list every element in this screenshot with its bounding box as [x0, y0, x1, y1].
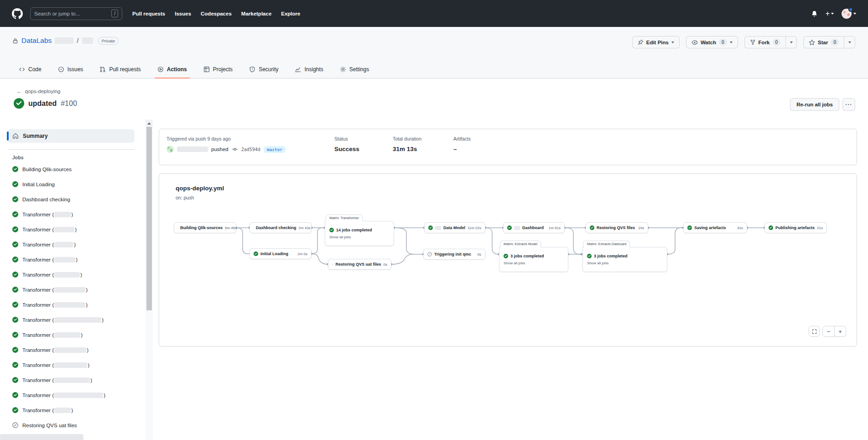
- navbar-link[interactable]: Marketplace: [241, 11, 271, 16]
- workflow-node[interactable]: Saving artefacts 31s: [683, 222, 747, 233]
- matrix-box[interactable]: 3 jobs completed Show all jobs: [499, 247, 568, 272]
- sidebar-item-summary[interactable]: Summary: [8, 129, 135, 143]
- redacted-job-name: [54, 227, 74, 232]
- repo-actions: Edit Pins Watch 0 Fork 0 Star 0: [632, 36, 855, 48]
- show-all-jobs-link[interactable]: Show all jobs: [329, 235, 390, 239]
- scrollbar-up-button[interactable]: [146, 120, 153, 127]
- sidebar-job-item[interactable]: Building Qlik-sources: [8, 162, 135, 177]
- node-label: Publishing artefacts: [775, 225, 815, 230]
- sidebar-job-item[interactable]: Transformer (): [8, 207, 135, 222]
- watch-button[interactable]: Watch 0: [686, 36, 738, 48]
- sidebar-job-item[interactable]: Transformer (): [8, 342, 135, 357]
- workflow-matrix-node[interactable]: Matrix: Transformer 14 jobs completed Sh…: [325, 213, 394, 246]
- sidebar-job-item[interactable]: Transformer (): [8, 222, 135, 237]
- sidebar-job-item[interactable]: Restoring QVS uat files: [8, 418, 135, 433]
- git-pull-request-icon: [99, 66, 106, 73]
- sidebar-job-item[interactable]: Transformer (): [8, 388, 135, 403]
- navbar-link[interactable]: Codespaces: [201, 11, 232, 16]
- edit-pins-label: Edit Pins: [646, 40, 669, 45]
- sidebar-job-item[interactable]: Initial Loading: [8, 177, 135, 192]
- zoom-in-button[interactable]: +: [834, 326, 846, 336]
- sidebar-job-item[interactable]: Transformer (): [8, 403, 135, 418]
- redacted-job-name: [54, 302, 85, 308]
- tab-settings[interactable]: Settings: [333, 60, 375, 79]
- tab-issues[interactable]: Issues: [52, 60, 90, 79]
- fullscreen-button[interactable]: [809, 326, 820, 337]
- workflow-graph[interactable]: Building Qlik-sources 5m 45s Dashboard c…: [159, 174, 858, 347]
- tab-label: Code: [28, 66, 42, 73]
- workflow-matrix-node[interactable]: Matrix: Extracts Model 3 jobs completed …: [499, 239, 568, 272]
- edit-pins-button[interactable]: Edit Pins: [632, 36, 680, 48]
- show-all-jobs-link[interactable]: Show all jobs: [587, 261, 663, 265]
- sidebar-job-item[interactable]: Transformer (): [8, 297, 135, 312]
- trigger-column: Triggered via push 9 days ago pushed 2ad…: [166, 136, 334, 165]
- workflow-node[interactable]: Dashboard 1m 51s: [503, 222, 565, 233]
- star-button-group: Star 0: [803, 36, 855, 48]
- commit-sha-link[interactable]: 2ad594d: [241, 147, 260, 152]
- jobs-section-label: Jobs: [12, 155, 130, 160]
- sidebar-job-item[interactable]: Transformer (): [8, 252, 135, 267]
- run-summary-card: Triggered via push 9 days ago pushed 2ad…: [159, 129, 857, 165]
- sidebar-job-item[interactable]: Transformer (): [8, 267, 135, 282]
- create-new-button[interactable]: +: [826, 10, 834, 18]
- sidebar-job-item[interactable]: Dashboard checking: [8, 192, 135, 207]
- tab-actions[interactable]: Actions: [151, 60, 193, 79]
- matrix-box[interactable]: 14 jobs completed Show all jobs: [325, 221, 394, 246]
- sidebar-job-item[interactable]: Transformer (): [8, 327, 135, 342]
- node-label: Saving artefacts: [694, 225, 726, 230]
- workflow-matrix-node[interactable]: Matrix: Extracts Dasboard 3 jobs complet…: [582, 239, 667, 272]
- navbar-link[interactable]: Explore: [281, 11, 300, 16]
- sidebar-job-item[interactable]: Transformer (): [8, 237, 135, 252]
- workflow-node[interactable]: Initial Loading 2m 0s: [249, 248, 312, 259]
- node-duration: 0s: [384, 262, 387, 267]
- job-label: Transformer (): [22, 287, 88, 293]
- run-title: updated #100: [14, 98, 77, 109]
- repo-separator: /: [77, 37, 78, 45]
- sidebar-job-item[interactable]: Transformer (): [8, 372, 135, 388]
- repo-owner-link[interactable]: DataLabs: [21, 37, 52, 45]
- notifications-button[interactable]: [811, 10, 818, 17]
- tab-code[interactable]: Code: [12, 60, 48, 79]
- sidebar-scrollbar[interactable]: [146, 120, 153, 440]
- fork-button[interactable]: Fork 0: [744, 36, 786, 48]
- github-logo-icon[interactable]: [12, 8, 23, 19]
- tab-projects[interactable]: Projects: [197, 60, 239, 79]
- workflow-node[interactable]: Data Model 11m 22s: [424, 222, 485, 233]
- sidebar-job-item[interactable]: Transformer (): [8, 282, 135, 297]
- workflow-node[interactable]: Dashboard checking 2m 43s: [249, 222, 312, 233]
- gear-icon: [340, 66, 346, 73]
- navbar-link[interactable]: Issues: [175, 11, 191, 16]
- play-icon: [157, 66, 164, 73]
- artifacts-value: –: [453, 146, 849, 152]
- rerun-all-jobs-button[interactable]: Re-run all jobs: [790, 98, 839, 111]
- show-all-jobs-link[interactable]: Show all jobs: [504, 261, 564, 265]
- user-menu-button[interactable]: [842, 9, 856, 19]
- search-input[interactable]: Search or jump to... /: [30, 7, 122, 20]
- workflow-node[interactable]: Restoring QVS files 19s: [586, 222, 648, 233]
- branch-badge[interactable]: master: [264, 146, 286, 153]
- star-dropdown-button[interactable]: [844, 36, 855, 48]
- zoom-out-button[interactable]: −: [823, 326, 834, 336]
- scrollbar-thumb[interactable]: [146, 127, 152, 310]
- tab-security[interactable]: Security: [243, 60, 285, 79]
- tab-insights[interactable]: Insights: [288, 60, 329, 79]
- workflow-node[interactable]: Restoring QVS uat files 0s: [328, 259, 391, 270]
- plus-icon: +: [826, 10, 830, 18]
- actor-avatar[interactable]: [166, 146, 174, 153]
- navbar-link[interactable]: Pull requests: [132, 11, 165, 16]
- fork-dropdown-button[interactable]: [786, 36, 797, 48]
- workflow-breadcrumb-link[interactable]: ← qops-deploying: [16, 89, 61, 94]
- sidebar-job-item[interactable]: Transformer (): [8, 357, 135, 372]
- star-button[interactable]: Star 0: [803, 36, 844, 48]
- skip-circle-icon: [427, 252, 432, 257]
- sidebar-job-item[interactable]: Transformer (): [8, 312, 135, 327]
- search-shortcut-key: /: [111, 10, 118, 17]
- workflow-node[interactable]: Building Qlik-sources 5m 45s: [174, 222, 236, 233]
- workflow-node[interactable]: Triggering init qmc 0s: [423, 249, 485, 260]
- kebab-menu-button[interactable]: ···: [842, 98, 855, 111]
- workflow-node[interactable]: Publishing artefacts 21s: [764, 222, 827, 233]
- node-duration: 31s: [737, 226, 743, 230]
- matrix-box[interactable]: 3 jobs completed Show all jobs: [582, 247, 667, 272]
- tab-pull-requests[interactable]: Pull requests: [93, 60, 147, 79]
- check-circle-icon: [329, 228, 334, 232]
